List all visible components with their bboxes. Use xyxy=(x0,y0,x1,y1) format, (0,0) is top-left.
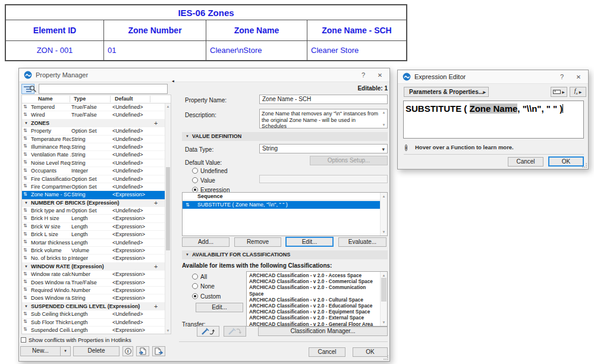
import-properties-button[interactable] xyxy=(136,346,149,356)
show-conflicts-label[interactable]: Show conflicts with Properties in Hotlin… xyxy=(29,337,131,343)
radio-none-label[interactable]: None xyxy=(200,283,215,290)
data-type-select[interactable]: String ▾ xyxy=(259,144,388,153)
property-row[interactable]: ⇅PropertyOption Set<Undefined> xyxy=(22,127,165,135)
classification-manager-button[interactable]: Classification Manager... xyxy=(258,327,388,336)
sequence-scrollbar[interactable]: ▲ ▼ xyxy=(380,193,387,236)
property-row[interactable]: ⇅Sub Floor Thickn...Length<Undefined> xyxy=(22,319,165,327)
evaluate-button[interactable]: Evaluate... xyxy=(338,237,386,247)
scroll-up-icon[interactable]: ▲ xyxy=(165,104,171,109)
property-group-row[interactable]: ▼NUMBER OF BRICKS (Expression)+ xyxy=(22,199,165,207)
classification-item[interactable]: ARCHICAD Classification - v 2.0 - Educat… xyxy=(249,303,380,309)
sequence-header[interactable]: Sequence xyxy=(183,193,387,200)
section-value-definition[interactable]: ▼ VALUE DEFINITION xyxy=(182,132,388,141)
scroll-up-icon[interactable]: ▲ xyxy=(381,110,386,115)
cancel-button[interactable]: Cancel xyxy=(508,157,543,167)
property-row[interactable]: ⇅Does Window ra...String<Expression> xyxy=(22,294,165,302)
classification-item[interactable]: ARCHICAD Classification - v 2.0 - Commer… xyxy=(249,278,380,284)
new-dropdown-button[interactable]: ▼ xyxy=(60,346,71,356)
property-row[interactable]: ⇅No. of bricks to p...Integer<Expression… xyxy=(22,255,165,262)
sequence-row-selected[interactable]: ⇅ SUBSTITUTE ( Zone Name, "\\n", " " ) xyxy=(183,201,380,209)
selected-parameter[interactable]: Zone Name xyxy=(470,103,518,114)
panel-collapse-icon[interactable]: ◀ xyxy=(172,79,174,83)
property-row[interactable]: ⇅WiredTrue/False<Undefined> xyxy=(22,111,165,119)
functions-button[interactable]: fx ▶ xyxy=(570,87,586,97)
close-icon[interactable]: ✕ xyxy=(372,72,388,79)
header-default[interactable]: Default xyxy=(115,96,133,102)
expression-editor-titlebar[interactable]: Expression Editor ? ✕ xyxy=(398,70,588,84)
scroll-up-icon[interactable]: ▲ xyxy=(381,194,387,199)
header-name[interactable]: Name xyxy=(38,96,53,102)
help-icon[interactable]: ? xyxy=(554,73,570,80)
property-row[interactable]: ⇅Suspended Ceili...Length<Expression> xyxy=(22,327,165,334)
property-row[interactable]: ⇅Temperature Req...String<Undefined> xyxy=(22,136,165,143)
info-button[interactable]: i xyxy=(122,346,133,356)
header-type[interactable]: Type xyxy=(74,96,86,102)
radio-all-label[interactable]: All xyxy=(200,274,207,280)
delete-button[interactable]: Delete xyxy=(73,346,120,356)
property-row[interactable]: ⇅Noise Level Requ...String<Undefined> xyxy=(22,159,165,167)
property-group-row[interactable]: ▼ZONES+ xyxy=(22,120,165,127)
property-row[interactable]: ⇅Ventilation Rate ...String<Undefined> xyxy=(22,151,165,159)
description-field[interactable]: Zone Name that removes any "\n" instance… xyxy=(259,109,388,128)
property-row[interactable]: ⇅Brick type and m...Option Set<Undefined… xyxy=(22,207,165,215)
scroll-down-icon[interactable]: ▼ xyxy=(381,320,387,325)
radio-value[interactable] xyxy=(192,177,198,183)
property-row[interactable]: ⇅Zone Name - SCHString<Expression> xyxy=(22,191,165,199)
property-row[interactable]: ⇅Fire CompartmentOption Set<Undefined> xyxy=(22,183,165,191)
scrollbar-thumb[interactable] xyxy=(166,167,170,250)
scroll-up-icon[interactable]: ▲ xyxy=(381,273,387,278)
radio-undefined[interactable] xyxy=(192,168,198,174)
property-row[interactable]: ⇅Brick H sizeLength<Expression> xyxy=(22,215,165,222)
property-row[interactable]: ⇅Brick L sizeLength<Expression> xyxy=(22,231,165,239)
new-button[interactable]: New... xyxy=(20,346,61,356)
classification-item[interactable]: ARCHICAD Classification - v 2.0 - Equipm… xyxy=(249,309,380,315)
show-conflicts-checkbox[interactable] xyxy=(21,337,26,343)
classification-item[interactable]: ARCHICAD Classification - v 2.0 - Cultur… xyxy=(249,297,380,303)
property-group-row[interactable]: ▼SUSPENDED CEILING LEVEL (Expression)+ xyxy=(22,303,165,310)
ok-button[interactable]: OK xyxy=(548,156,584,167)
property-row[interactable]: ⇅Brick W sizeLength<Expression> xyxy=(22,223,165,231)
cancel-button[interactable]: Cancel xyxy=(309,347,345,357)
property-row[interactable]: ⇅OccupantsInteger<Undefined> xyxy=(22,167,165,175)
classifications-list[interactable]: ARCHICAD Classification - v 2.0 - Access… xyxy=(246,271,388,327)
scroll-down-icon[interactable]: ▼ xyxy=(165,328,171,333)
property-list-scrollbar[interactable]: ▲ ▼ xyxy=(165,103,171,334)
classifications-scrollbar[interactable]: ▲ ▼ xyxy=(380,272,387,326)
pickup-parameters-button[interactable] xyxy=(197,326,219,337)
scrollbar-thumb[interactable] xyxy=(381,278,386,302)
edit-button[interactable]: Edit... xyxy=(285,237,334,247)
scroll-down-icon[interactable]: ▼ xyxy=(381,230,387,234)
search-input[interactable] xyxy=(39,84,168,94)
radio-value-label[interactable]: Value xyxy=(200,177,215,184)
property-name-field[interactable]: Zone Name - SCH xyxy=(259,95,388,104)
classification-item[interactable]: ARCHICAD Classification - v 2.0 - Extern… xyxy=(249,315,380,321)
radio-none[interactable] xyxy=(192,283,198,289)
operators-button[interactable]: ▶ xyxy=(551,87,567,97)
classification-item[interactable]: ARCHICAD Classification - v 2.0 - Access… xyxy=(249,272,380,278)
radio-undefined-label[interactable]: Undefined xyxy=(200,168,228,174)
export-properties-button[interactable] xyxy=(152,346,165,356)
property-row[interactable]: ⇅Brick volumeVolume<Expression> xyxy=(22,247,165,255)
resize-grip[interactable] xyxy=(582,163,587,168)
parameters-properties-button[interactable]: Parameters & Properties... ▶ xyxy=(404,87,489,97)
expression-input[interactable]: SUBSTITUTE ( Zone Name, "\\n", " " ) xyxy=(403,101,584,139)
section-availability[interactable]: ▼ AVAILABILITY FOR CLASSIFICATIONS xyxy=(182,250,388,259)
property-row[interactable]: ⇅Illuminance Requ...String<Undefined> xyxy=(22,143,165,151)
help-icon[interactable]: ? xyxy=(355,71,372,79)
classification-item[interactable]: ARCHICAD Classification - v 2.0 - Genera… xyxy=(249,321,380,326)
property-row[interactable]: ⇅Sub Ceiling thick...Length<Undefined> xyxy=(22,310,165,318)
resize-grip[interactable] xyxy=(384,355,388,360)
property-row[interactable]: ⇅Window rate calc...Number<Expression> xyxy=(22,271,165,278)
property-row[interactable]: ⇅Does Window ra...True/False<Expression> xyxy=(22,279,165,287)
edit-custom-button[interactable]: Edit... xyxy=(196,303,243,312)
property-group-row[interactable]: ▼WINDOW RATE (Expression)+ xyxy=(22,263,165,271)
drag-handle-icon[interactable]: ⇅ xyxy=(186,201,190,209)
close-icon[interactable]: ✕ xyxy=(570,74,587,80)
ok-button[interactable]: OK xyxy=(353,347,388,357)
radio-custom-label[interactable]: Custom xyxy=(200,293,221,300)
property-row[interactable]: ⇅Fire ClassificationOption Set<Undefined… xyxy=(22,175,165,183)
scroll-down-icon[interactable]: ▼ xyxy=(381,123,386,127)
property-manager-titlebar[interactable]: Property Manager ? ✕ xyxy=(19,68,389,82)
classification-item[interactable]: ARCHICAD Classification - v 2.0 - Commun… xyxy=(249,284,380,296)
remove-button[interactable]: Remove xyxy=(234,237,281,247)
